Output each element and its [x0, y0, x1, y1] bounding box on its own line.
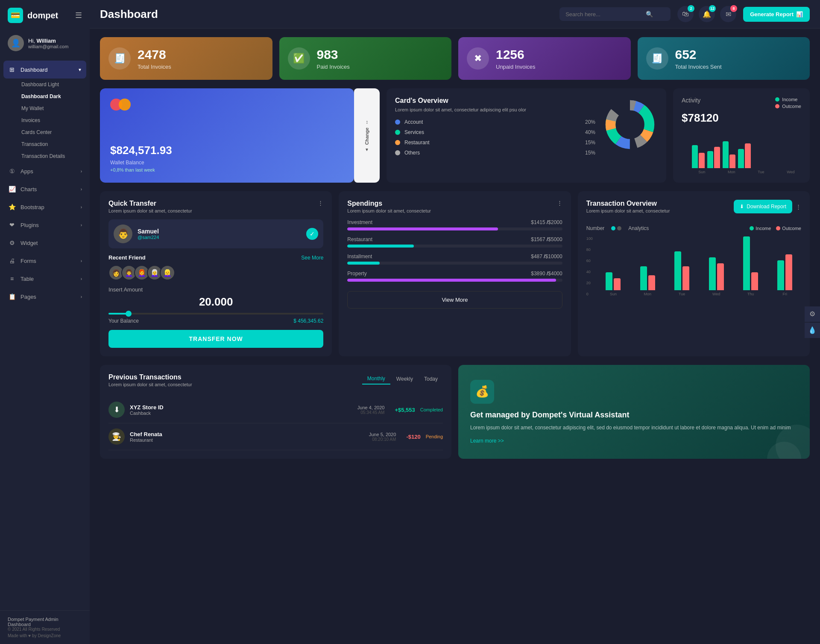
tx-status-chef: Pending [426, 434, 443, 439]
generate-report-label: Generate Report [750, 11, 794, 17]
tx-amount-xyz: +$5,553 [395, 407, 415, 413]
sidebar-sub-invoices[interactable]: Invoices [14, 114, 90, 126]
activity-card: Activity Income Outcome $78120 [673, 88, 810, 183]
sidebar-item-table[interactable]: ≡ Table › [0, 270, 90, 288]
sidebar-item-dashboard[interactable]: ⊞ Dashboard ▼ [3, 61, 86, 79]
search-input[interactable] [565, 11, 642, 17]
sidebar-item-apps[interactable]: ① Apps › [0, 162, 90, 180]
property-progress [347, 279, 556, 282]
download-report-button[interactable]: ⬇ Download Report [734, 200, 792, 213]
generate-report-button[interactable]: Generate Report 📊 [743, 7, 810, 22]
header-icons: 🛍 2 🔔 12 ✉ 8 [677, 6, 736, 22]
tx-name-chef: Chef Renata [130, 431, 162, 437]
x-label-wed: Wed [787, 170, 794, 174]
tx-income-thu [743, 236, 750, 290]
sidebar-sub-my-wallet[interactable]: My Wallet [14, 102, 90, 114]
table-row: 👨‍🍳 Chef Renata Restaurant June 5, 2020 … [108, 423, 443, 450]
qt-menu-icon[interactable]: ⋮ [318, 200, 323, 206]
wallet-change-pct: +0,8% than last week [110, 167, 344, 172]
outcome-bar-sun [699, 153, 705, 168]
dashboard-submenu: Dashboard Light Dashboard Dark My Wallet… [0, 79, 90, 162]
paid-invoices-number: 983 [317, 47, 350, 62]
amount-slider[interactable] [108, 313, 323, 315]
dashboard-icon: ⊞ [8, 65, 16, 74]
cards-overview-panel: Card's Overview Lorem ipsum dolor sit am… [387, 88, 666, 183]
tx-filter-analytics: Analytics [628, 225, 649, 231]
tx-menu-icon[interactable]: ⋮ [796, 204, 801, 210]
chevron-right-icon-charts: › [81, 187, 82, 192]
activity-title: Activity [682, 97, 700, 104]
wallet-icon-btn[interactable]: 🛍 2 [677, 6, 694, 22]
see-all-link[interactable]: See More [301, 255, 323, 261]
footer-made: Made with ♥ by DesignZone [8, 633, 82, 638]
va-learn-more-link[interactable]: Learn more >> [470, 438, 798, 444]
y-label-100: 100 [586, 236, 593, 241]
chevron-right-icon-table: › [81, 277, 82, 281]
transfer-check-icon: ✓ [306, 228, 318, 240]
total-invoices-number: 2478 [138, 47, 171, 62]
y-label-0: 0 [586, 292, 593, 296]
transfer-now-button[interactable]: TRANSFER NOW [108, 330, 323, 348]
hamburger-icon[interactable]: ☰ [75, 11, 82, 20]
change-button[interactable]: ↕ Change ▼ [354, 88, 380, 183]
legend-restaurant-pct: 15% [585, 140, 595, 146]
sidebar-label-apps: Apps [20, 168, 33, 175]
income-bar-mon [707, 151, 713, 168]
spending-item-restaurant: Restaurant $1567 /$5000 [347, 236, 562, 248]
toggle-active-dot [611, 226, 615, 230]
activity-legend: Income Outcome [775, 97, 801, 109]
qt-desc: Lorem ipsum dolor sit amet, consectetur [108, 208, 192, 213]
spendings-panel: Spendings Lorem ipsum dolor sit amet, co… [339, 191, 571, 356]
income-bar-sun [692, 145, 698, 168]
tx-toggle[interactable] [611, 226, 621, 230]
qt-title-group: Quick Transfer Lorem ipsum dolor sit ame… [108, 200, 192, 219]
wallet-card: $824,571.93 Wallet Balance +0,8% than la… [100, 88, 354, 183]
prev-header: Previous Transactions Lorem ipsum dolor … [108, 373, 443, 393]
sidebar-sub-dashboard-light[interactable]: Dashboard Light [14, 79, 90, 90]
sidebar-item-forms[interactable]: 🖨 Forms › [0, 252, 90, 270]
tab-weekly[interactable]: Weekly [391, 373, 418, 385]
legend-others-name: Others [404, 150, 581, 156]
sidebar-sub-dashboard-dark[interactable]: Dashboard Dark [14, 90, 90, 102]
tx-bars-fri [777, 254, 792, 290]
income-label: Income [782, 97, 797, 102]
sidebar-sub-transaction[interactable]: Transaction [14, 138, 90, 150]
sidebar-user: 👤 Hi, William william@gmail.com [0, 29, 90, 57]
donut-chart [602, 97, 658, 152]
bar-group-wed [738, 143, 751, 168]
spending-item-property: Property $3890 /$4000 [347, 271, 562, 282]
view-more-button[interactable]: View More [347, 291, 562, 309]
forms-icon: 🖨 [8, 256, 16, 265]
tx-income-fri [777, 260, 784, 290]
search-box[interactable]: 🔍 [559, 7, 671, 21]
bell-icon-btn[interactable]: 🔔 12 [699, 6, 715, 22]
outcome-bar-mon [714, 147, 720, 168]
spendings-menu-icon[interactable]: ⋮ [557, 200, 562, 206]
sidebar-item-charts[interactable]: 📈 Charts › [0, 180, 90, 198]
sidebar-item-plugins[interactable]: ❤ Plugins › [0, 216, 90, 234]
tab-monthly[interactable]: Monthly [362, 373, 390, 385]
total-invoices-icon-wrap: 🧾 [108, 47, 131, 70]
recent-avatar-5[interactable]: 👱‍♀️ [160, 265, 175, 280]
user-info: Hi, William william@gmail.com [28, 38, 68, 49]
sidebar-sub-cards-center[interactable]: Cards Center [14, 126, 90, 138]
sidebar-sub-transaction-details[interactable]: Transaction Details [14, 150, 90, 162]
right-settings-icon[interactable]: ⚙ [805, 306, 820, 322]
account-dot [395, 119, 400, 125]
restaurant-dot [395, 140, 400, 145]
outcome-dot [775, 104, 779, 108]
services-dot [395, 130, 400, 135]
sidebar-item-bootstrap[interactable]: ⭐ Bootstrap › [0, 198, 90, 216]
prev-transactions-panel: Previous Transactions Lorem ipsum dolor … [100, 365, 451, 459]
right-water-icon[interactable]: 💧 [805, 323, 820, 338]
bar-group-mon [707, 147, 720, 168]
tx-outcome-legend: Outcome [776, 226, 801, 231]
sidebar-item-widget[interactable]: ⚙ Widget [0, 234, 90, 252]
tx-outcome-tue [682, 266, 689, 290]
sidebar-item-pages[interactable]: 📋 Pages › [0, 288, 90, 306]
tx-x-mon: Mon [644, 292, 652, 296]
tab-today[interactable]: Today [419, 373, 443, 385]
mail-icon-btn[interactable]: ✉ 8 [720, 6, 736, 22]
table-row: ⬇ XYZ Store ID Cashback June 4, 2020 05:… [108, 396, 443, 423]
activity-x-labels: Sun Mon Tue Wed [682, 170, 801, 174]
